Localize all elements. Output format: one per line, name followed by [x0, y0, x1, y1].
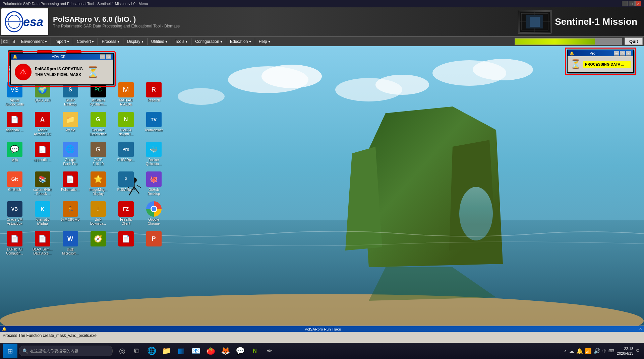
- desktop-icon-matlab[interactable]: M MATLABR2019a: [113, 82, 138, 106]
- s-selector[interactable]: S: [9, 38, 18, 45]
- taskbar-search[interactable]: 🔍 在这里输入你要搜索的内容: [19, 346, 113, 356]
- desktop-icon-geforce[interactable]: G GeForceExperience: [85, 112, 111, 136]
- desktop-icon-pycharm[interactable]: PC JetBrainsPyCharm...: [85, 82, 111, 106]
- taskbar-app1[interactable]: 🦊: [219, 344, 232, 358]
- desktop-icon-pdf2[interactable]: 📄: [113, 231, 138, 256]
- desktop-icon-qgis[interactable]: 🌍 QGIS 3.10: [30, 82, 55, 106]
- run-trace-bar: 🔔 PolSARpro Run Trace ✕ Process The Func…: [0, 326, 644, 343]
- advice-restore[interactable]: □: [106, 54, 111, 59]
- desktop-icon-d1a9[interactable]: 📄 D1A9_Sem...Data Acce...: [30, 231, 55, 256]
- desktop-icon-virtualbox[interactable]: VB Oracle VMVirtualBox: [2, 201, 27, 226]
- svg-point-22: [459, 187, 493, 240]
- menu-process[interactable]: Process ▾: [99, 38, 122, 45]
- taskbar-store[interactable]: ▦: [174, 344, 188, 358]
- proc-win-buttons: ─ □ ✕: [614, 51, 631, 56]
- taskbar-mail[interactable]: 📧: [189, 344, 202, 358]
- desktop-icon-wechat[interactable]: 💬 微信: [2, 142, 27, 166]
- advice-warning-icon: ⚠: [15, 64, 32, 80]
- desktop-icon-kitematic[interactable]: K Kitematic(Alpha): [30, 201, 55, 226]
- desktop-icon-polarisation[interactable]: 📄 Polarisatio...: [58, 171, 83, 196]
- menu-education[interactable]: Education ▾: [227, 38, 254, 45]
- desktop-icon-ppt[interactable]: P: [141, 231, 166, 256]
- c2-selector[interactable]: C2: [1, 39, 9, 44]
- progress-bar-container: [515, 38, 622, 45]
- menu-environment[interactable]: Environment ▾: [18, 38, 50, 45]
- desktop-icon-gimp[interactable]: G GIMP2.10.10: [85, 142, 111, 166]
- desktop-icon-acrobat[interactable]: A AdobeAcrobat DC: [30, 112, 55, 136]
- taskbar-cortana[interactable]: ◎: [115, 344, 129, 358]
- menu-utilities[interactable]: Utilities ▾: [148, 38, 170, 45]
- processing-popup: 🔔 Pro... ─ □ ✕ ⏳ PROCESSING DATA ...: [567, 50, 634, 73]
- desktop-icon-calibre[interactable]: 📚 calibre 64bit- E-book ...: [30, 171, 55, 196]
- desktop-icon-chaoxing[interactable]: 🏃 超星阅读器5: [58, 201, 83, 226]
- menu-configuration[interactable]: Configuration ▾: [192, 38, 225, 45]
- menu-import[interactable]: Import ▾: [52, 38, 72, 45]
- taskbar-explorer[interactable]: 📁: [160, 344, 173, 358]
- desktop-icon-nvidia[interactable]: N NVIDIANsightH...: [113, 112, 138, 136]
- taskbar-search-icon: 🔍: [22, 348, 28, 354]
- taskbar-nvidia-tb[interactable]: N: [248, 344, 261, 358]
- desktop-icon-d8p1b[interactable]: 📄 D8P1b_ClComputin...: [2, 231, 27, 256]
- tray-ime-icon[interactable]: 中: [602, 348, 606, 354]
- desktop-icon-chrome[interactable]: GoogleChrome: [141, 201, 166, 226]
- desktop-icon-snap[interactable]: S SNAPDesktop: [58, 82, 83, 106]
- tray-notify-icon[interactable]: 🔔: [576, 348, 583, 354]
- taskbar-edge[interactable]: 🌐: [145, 344, 158, 358]
- desktop-icon-teamviewer[interactable]: TV TeamViewer: [141, 112, 166, 136]
- desktop-icon-navi[interactable]: 🧭: [85, 231, 111, 256]
- desktop-icon-vscode[interactable]: VS VisualStudio Code: [2, 82, 27, 106]
- desktop-icon-github[interactable]: 🐙 GitHubDesktop: [141, 171, 166, 196]
- taskbar-pen[interactable]: ✒: [263, 344, 276, 358]
- proc-minimize[interactable]: ─: [614, 51, 619, 56]
- menu-separator-1: [51, 38, 51, 45]
- taskbar-taskview[interactable]: ⧉: [130, 344, 143, 358]
- tray-expand-icon[interactable]: ∧: [564, 349, 567, 353]
- desktop-icon-myfile[interactable]: 📁 My file: [58, 112, 83, 136]
- advice-titlebar: 🔔 ADVICE ─ □: [11, 54, 113, 60]
- desktop-icon-word[interactable]: W 新建Microsoft...: [58, 231, 83, 256]
- desktop-icon-gitbash[interactable]: Git Git Bash: [2, 171, 27, 196]
- menu-convert[interactable]: Convert ▾: [74, 38, 97, 45]
- desktop-icon-appendix3[interactable]: 📄 appendix ...: [30, 142, 55, 166]
- desktop-icon-research[interactable]: R Reserch: [141, 82, 166, 106]
- tray-network-icon[interactable]: 📶: [585, 348, 592, 354]
- menu-tools[interactable]: Tools ▾: [172, 38, 190, 45]
- run-trace-close[interactable]: ✕: [639, 327, 642, 331]
- processing-titlebar: 🔔 Pro... ─ □ ✕: [568, 50, 633, 56]
- start-button[interactable]: ⊞: [3, 344, 17, 358]
- proc-restore[interactable]: □: [620, 51, 625, 56]
- advice-minimize[interactable]: ─: [100, 54, 105, 59]
- maximize-button[interactable]: □: [629, 1, 635, 6]
- menu-separator-2: [73, 38, 73, 45]
- tray-volume-icon[interactable]: 🔊: [594, 348, 600, 354]
- desktop-icon-imagemag[interactable]: ⭐ ImageMag...Display: [85, 171, 111, 196]
- quit-button[interactable]: Quit: [625, 38, 643, 45]
- proc-close[interactable]: ✕: [626, 51, 631, 56]
- desktop-icon-appendix2[interactable]: 📄 appendix ...: [2, 112, 27, 136]
- tray-keyboard-icon[interactable]: ⌨: [608, 349, 614, 353]
- taskbar-datetime[interactable]: 22:18 2020/4/13: [617, 346, 633, 356]
- taskbar-wechat-tb[interactable]: 💬: [233, 344, 247, 358]
- desktop-icon-bulkdownload[interactable]: ↓ BulkDownloa...: [85, 201, 111, 226]
- menu-help[interactable]: Help ▾: [256, 38, 273, 45]
- tray-cloud-icon[interactable]: ☁: [569, 348, 574, 354]
- menu-bar: C2 S Environment ▾ Import ▾ Convert ▾ Pr…: [0, 37, 644, 46]
- menu-display[interactable]: Display ▾: [124, 38, 147, 45]
- desktop-icon-filezilla[interactable]: FZ FileZillaClient: [113, 201, 138, 226]
- run-trace-titlebar: 🔔 PolSARpro Run Trace ✕: [0, 326, 644, 332]
- desktop-icon-docker[interactable]: 🐳 DockerQuicksta...: [141, 142, 166, 166]
- app-subtitle: The Polarimetric SAR Data Processing and…: [53, 24, 180, 28]
- tray-notifications[interactable]: 🗨: [636, 349, 640, 353]
- taskbar-tomato[interactable]: 🍅: [204, 344, 217, 358]
- sentinel-title: Sentinel-1 Mission: [555, 16, 637, 27]
- svg-text:esa: esa: [23, 15, 43, 29]
- desktop-icon-polsarpro2[interactable]: P PolSARpr...: [113, 171, 138, 196]
- desktop-icon-googleearth[interactable]: 🌐 GoogleEarth Pro: [58, 142, 83, 166]
- desktop-icon-polsarpro1[interactable]: Pro PolSARpr...: [113, 142, 138, 166]
- minimize-button[interactable]: ─: [622, 1, 628, 6]
- system-tray: ∧ ☁ 🔔 📶 🔊 中 ⌨: [564, 348, 614, 354]
- esa-logo: esa: [1, 8, 48, 35]
- taskbar: ⊞ 🔍 在这里输入你要搜索的内容 ◎ ⧉ 🌐 📁 ▦ 📧 🍅 🦊 💬 N ✒ ∧…: [0, 343, 644, 359]
- close-button[interactable]: ✕: [635, 1, 641, 6]
- svg-point-16: [473, 59, 533, 80]
